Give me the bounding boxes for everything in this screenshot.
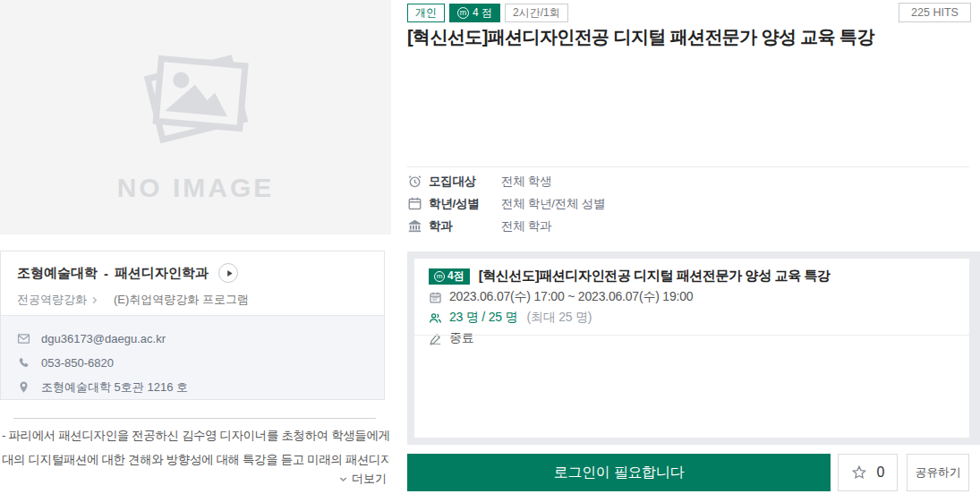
page-title: [혁신선도]패션디자인전공 디지털 패션전문가 양성 교육 특강 <box>407 25 969 49</box>
no-image-label: NO IMAGE <box>117 173 275 203</box>
location-pin-icon <box>17 380 30 394</box>
photo-stack-icon <box>129 44 263 149</box>
m-circle-icon: m <box>457 7 469 19</box>
program-category: 전공역량강화 <box>17 292 87 308</box>
m-circle-icon: m <box>434 271 445 282</box>
calendar-icon <box>429 291 442 304</box>
type-badge: 개인 <box>407 4 445 22</box>
hits-badge: 225 HITS <box>899 3 971 22</box>
summary-row-grade-gender: 학년/성별 전체 학년/전체 성별 <box>407 192 855 215</box>
show-more-link[interactable]: 더보기 <box>338 471 387 487</box>
summary-value: 전체 학과 <box>501 218 551 234</box>
share-button[interactable]: 공유하기 <box>907 454 969 491</box>
play-icon <box>225 268 234 278</box>
contact-phone-row: 053-850-6820 <box>17 351 368 375</box>
program-breadcrumb: 전공역량강화 (E)취업역량강화 프로그램 <box>17 292 368 308</box>
session-enrollment: 23 명 / 25 명 <box>449 310 517 326</box>
score-badge-label: 4 점 <box>473 5 492 21</box>
show-more-label: 더보기 <box>352 471 387 487</box>
session-status-row: 종료 <box>429 330 955 346</box>
program-image-placeholder: NO IMAGE <box>0 0 391 234</box>
description-line: - 파리에서 패션디자인을 전공하신 김수영 디자이너를 초청하여 학생들에게 … <box>2 423 389 447</box>
summary-value: 전체 학년/전체 성별 <box>501 196 605 212</box>
favorite-count: 0 <box>877 464 885 481</box>
pen-icon <box>429 332 442 345</box>
session-status: 종료 <box>449 330 474 346</box>
contact-phone: 053-850-6820 <box>41 356 114 370</box>
session-score-badge: m 4점 <box>429 268 470 285</box>
contact-email: dgu36173@daegu.ac.kr <box>41 332 166 345</box>
session-card: m 4점 [혁신선도]패션디자인전공 디지털 패션전문가 양성 교육 특강 20… <box>414 259 969 438</box>
summary-row-target: 모집대상 전체 학생 <box>407 170 855 192</box>
summary-label: 학년/성별 <box>429 196 501 212</box>
program-type: (E)취업역량강화 프로그램 <box>114 292 249 308</box>
envelope-icon <box>17 332 30 345</box>
department-name: 패션디자인학과 <box>115 265 209 282</box>
program-badges: 개인 m 4 점 2시간/1회 <box>407 4 568 22</box>
session-title: [혁신선도]패션디자인전공 디지털 패션전문가 양성 교육 특강 <box>479 268 831 285</box>
department-expand-button[interactable] <box>218 263 238 283</box>
alarm-clock-icon <box>407 174 422 189</box>
session-card-divider <box>414 335 969 336</box>
department-header: 조형예술대학 - 패션디자인학과 전공역량강화 (E)취업역량강화 프로그램 <box>1 251 384 315</box>
contact-section: dgu36173@daegu.ac.kr 053-850-6820 조형예술대학… <box>1 315 384 399</box>
session-capacity-row: 23 명 / 25 명 (최대 25 명) <box>429 310 955 326</box>
session-score-label: 4점 <box>447 268 464 284</box>
people-icon <box>429 311 442 325</box>
chevron-down-icon <box>338 474 348 484</box>
score-badge: m 4 점 <box>449 4 500 22</box>
program-detail-page: NO IMAGE 조형예술대학 - 패션디자인학과 전공역량강화 (E)취업역량… <box>0 0 980 494</box>
duration-badge: 2시간/1회 <box>505 4 568 22</box>
summary-label: 학과 <box>429 218 501 234</box>
session-schedule: 2023.06.07(수) 17:00 ~ 2023.06.07(수) 19:0… <box>449 289 693 305</box>
phone-icon <box>17 356 30 370</box>
description-line: 대의 디지털패션에 대한 견해와 방향성에 대해 특강을 듣고 미래의 패션디자… <box>2 447 389 472</box>
program-summary: 모집대상 전체 학생 학년/성별 전체 학년/전체 성별 학과 전체 학과 <box>407 170 855 237</box>
summary-divider <box>407 166 969 167</box>
summary-value: 전체 학생 <box>501 174 551 190</box>
favorite-button[interactable]: 0 <box>838 454 898 491</box>
chevron-right-icon <box>89 295 99 305</box>
session-capacity-note: (최대 25 명) <box>526 310 592 326</box>
college-dept-separator: - <box>104 266 108 281</box>
bank-icon <box>407 218 422 234</box>
session-schedule-row: 2023.06.07(수) 17:00 ~ 2023.06.07(수) 19:0… <box>429 289 955 305</box>
contact-location: 조형예술대학 5호관 1216 호 <box>41 379 188 396</box>
program-description: - 파리에서 패션디자인을 전공하신 김수영 디자이너를 초청하여 학생들에게 … <box>2 423 389 472</box>
summary-row-department: 학과 전체 학과 <box>407 215 855 237</box>
star-icon <box>851 464 867 481</box>
calendar-icon <box>407 196 422 211</box>
login-required-button[interactable]: 로그인이 필요합니다 <box>407 454 831 491</box>
summary-label: 모집대상 <box>429 174 501 190</box>
contact-location-row: 조형예술대학 5호관 1216 호 <box>17 375 368 399</box>
department-card: 조형예술대학 - 패션디자인학과 전공역량강화 (E)취업역량강화 프로그램 <box>0 251 385 400</box>
session-list: m 4점 [혁신선도]패션디자인전공 디지털 패션전문가 양성 교육 특강 20… <box>407 251 980 445</box>
college-name: 조형예술대학 <box>17 265 98 282</box>
contact-email-row: dgu36173@daegu.ac.kr <box>17 327 368 351</box>
description-divider <box>13 418 376 419</box>
